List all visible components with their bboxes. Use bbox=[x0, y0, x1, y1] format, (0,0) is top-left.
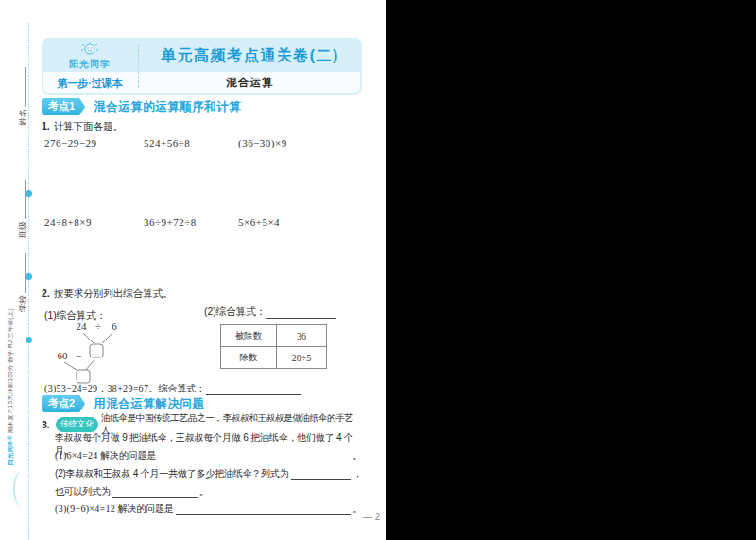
student-class-field: 班级 bbox=[16, 180, 29, 238]
diagram-divide-op: ÷ bbox=[95, 321, 101, 332]
class-blank-line bbox=[16, 180, 26, 219]
name-blank-line bbox=[16, 67, 26, 107]
workbook-scan-page: { "margin": { "name_label": "姓名", "class… bbox=[0, 0, 756, 540]
divisor-value-cell: 20÷5 bbox=[277, 347, 327, 369]
q3-part2b-text: 也可以列式为 bbox=[55, 485, 111, 498]
school-blank-line bbox=[16, 253, 26, 293]
q3-part2-text: (2)李叔叔和王叔叔 4 个月一共做了多少把油纸伞？列式为 bbox=[55, 467, 289, 480]
class-label: 班级 bbox=[18, 221, 27, 238]
q3-part2b-line: 也可以列式为 。 bbox=[55, 485, 362, 498]
q2-part3-answer-blank bbox=[206, 384, 301, 395]
diagram-result-box1 bbox=[90, 344, 103, 357]
diagram-value-24: 24 bbox=[77, 321, 88, 332]
q2-part2-label: (2)综合算式： bbox=[204, 305, 266, 317]
section1-heading: 混合运算的运算顺序和计算 bbox=[94, 99, 241, 115]
divisor-label-cell: 除数 bbox=[221, 347, 277, 369]
q3-part3-line: (3)(9−6)×4=12 解决的问题是 。 bbox=[55, 502, 362, 515]
diagram-result-box2 bbox=[77, 370, 90, 383]
student-school-field: 学校 bbox=[16, 253, 29, 312]
spine-series-title: 期末复习15天冲刺100分 数学 RJ 三年级(上) bbox=[7, 308, 13, 435]
q2-part3-line: (3)53−24=29，38+29=67。综合算式： bbox=[44, 382, 301, 395]
q3-part3-punct: 。 bbox=[352, 502, 362, 515]
question2-prompt: 2.按要求分别列出综合算式。 bbox=[42, 287, 173, 301]
section2-heading-row: 考点2 用混合运算解决问题 bbox=[42, 395, 204, 412]
q3-part1-line: (1)6×4=24 解决的问题是 。 bbox=[55, 449, 362, 462]
dividend-value-cell: 36 bbox=[277, 325, 327, 347]
q3-part2-punct: ， bbox=[352, 467, 362, 480]
diagram-minus-op: − bbox=[76, 350, 81, 361]
expression-5: 36÷9+72÷8 bbox=[144, 217, 197, 228]
q2-part3-label: 综合算式： bbox=[159, 383, 206, 393]
binding-dot bbox=[26, 337, 32, 343]
testpoint2-badge: 考点2 bbox=[42, 395, 85, 412]
paper-title: 单元高频考点通关卷(二) bbox=[138, 46, 362, 66]
expression-6: 5×6+5×4 bbox=[238, 217, 280, 228]
dividend-label-cell: 被除数 bbox=[221, 325, 277, 347]
q2-part2-line: (2)综合算式： bbox=[204, 305, 336, 319]
spine-text: 阳光同学® 期末复习15天冲刺100分 数学 RJ 三年级(上) bbox=[7, 308, 15, 465]
table-row: 除数 20÷5 bbox=[221, 347, 327, 369]
expression-tree-diagram: 24 ÷ 6 60 − bbox=[49, 320, 163, 384]
decorative-curve bbox=[13, 471, 30, 507]
diagram-value-6: 6 bbox=[112, 321, 117, 332]
scan-background-panel bbox=[386, 0, 756, 540]
question2-text: 按要求分别列出综合算式。 bbox=[54, 287, 173, 299]
q3-part2b-punct: 。 bbox=[199, 485, 209, 498]
sun-icon bbox=[77, 41, 103, 56]
brand-logo: 阳光同学 bbox=[42, 41, 138, 71]
q3-part2-answer-blank bbox=[291, 470, 352, 480]
q3-part2-line: (2)李叔叔和王叔叔 4 个月一共做了多少把油纸伞？列式为 ， bbox=[55, 467, 362, 480]
student-name-field: 姓名 bbox=[16, 67, 29, 126]
step-label: 第一步·过课本 bbox=[42, 77, 138, 91]
q2-part3-equations: (3)53−24=29，38+29=67。 bbox=[44, 383, 159, 393]
paper-header: 阳光同学 第一步·过课本 单元高频考点通关卷(二) 混合运算 bbox=[42, 38, 362, 95]
page-number: — 2 bbox=[363, 512, 380, 522]
q3-part3-answer-blank bbox=[176, 505, 352, 515]
q3-part2b-answer-blank bbox=[112, 488, 198, 498]
q3-part3-equation: (3)(9−6)×4=12 bbox=[55, 503, 115, 514]
question1-prompt: 1.计算下面各题。 bbox=[42, 120, 123, 133]
question3-number: 3. bbox=[42, 419, 49, 430]
q2-part2-answer-blank bbox=[266, 307, 336, 319]
question1-number: 1. bbox=[42, 120, 50, 131]
diagram-value-60: 60 bbox=[58, 350, 69, 361]
paper-subtitle: 混合运算 bbox=[138, 76, 362, 90]
spine-brand: 阳光同学® bbox=[7, 435, 13, 465]
q3-part1-text: 解决的问题是 bbox=[98, 450, 156, 461]
expression-1: 276−29−29 bbox=[44, 137, 96, 148]
q3-part1-punct: 。 bbox=[352, 449, 362, 462]
table-row: 被除数 36 bbox=[221, 325, 327, 347]
question1-text: 计算下面各题。 bbox=[54, 120, 124, 131]
brand-name: 阳光同学 bbox=[42, 58, 138, 71]
q3-part1-equation: (1)6×4=24 bbox=[55, 450, 98, 461]
school-label: 学校 bbox=[18, 295, 27, 312]
name-label: 姓名 bbox=[18, 109, 27, 126]
traditional-culture-badge: 传统文化 bbox=[56, 417, 98, 432]
dividend-divisor-table: 被除数 36 除数 20÷5 bbox=[220, 324, 327, 369]
expression-3: (36−30)×9 bbox=[238, 137, 287, 148]
q3-part1-answer-blank bbox=[158, 452, 351, 462]
expression-4: 24÷8+8×9 bbox=[44, 217, 92, 228]
section2-heading: 用混合运算解决问题 bbox=[94, 396, 204, 412]
testpoint1-badge: 考点1 bbox=[42, 98, 85, 115]
expression-2: 524+56÷8 bbox=[144, 137, 190, 148]
q3-part3-text: 解决的问题是 bbox=[115, 503, 173, 514]
question2-number: 2. bbox=[42, 287, 50, 299]
section1-heading-row: 考点1 混合运算的运算顺序和计算 bbox=[42, 98, 241, 115]
